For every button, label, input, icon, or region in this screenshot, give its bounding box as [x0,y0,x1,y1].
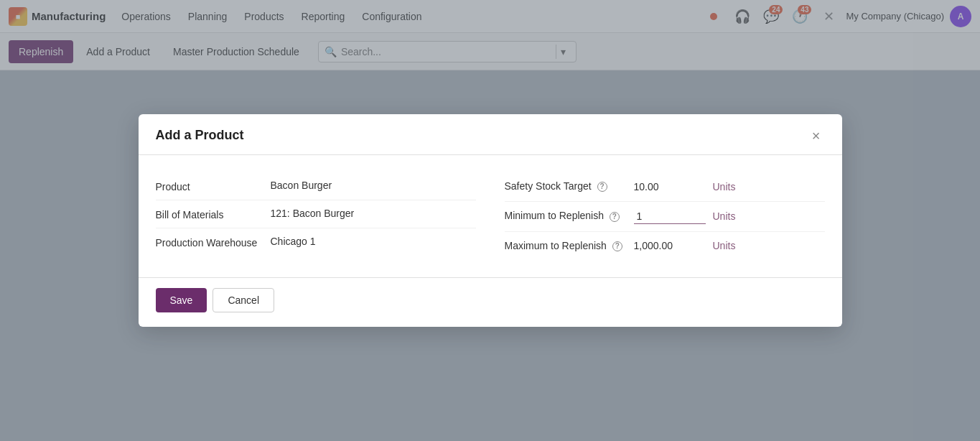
warehouse-label: Production Warehouse [156,236,271,249]
min-replenish-row: Minimum to Replenish ? Units [505,202,825,232]
modal-overlay: Add a Product × Product Bacon Burger Bil… [0,0,980,441]
safety-stock-value: 10.00 [634,181,706,192]
product-field-row: Product Bacon Burger [156,172,476,200]
modal-right-fields: Safety Stock Target ? 10.00 Units Minimu… [505,172,825,260]
max-replenish-row: Maximum to Replenish ? 1,000.00 Units [505,232,825,261]
safety-stock-units-link[interactable]: Units [713,181,736,192]
save-button[interactable]: Save [156,288,207,312]
max-replenish-help-icon[interactable]: ? [612,241,622,251]
max-replenish-value: 1,000.00 [634,240,706,251]
safety-stock-help-icon[interactable]: ? [597,182,607,192]
modal-body: Product Bacon Burger Bill of Materials 1… [139,155,842,277]
safety-stock-row: Safety Stock Target ? 10.00 Units [505,172,825,202]
warehouse-value: Chicago 1 [271,236,316,247]
bom-label: Bill of Materials [156,208,271,220]
add-product-modal: Add a Product × Product Bacon Burger Bil… [139,114,842,327]
warehouse-field-row: Production Warehouse Chicago 1 [156,228,476,256]
max-replenish-units-link[interactable]: Units [713,240,736,251]
bom-value: 121: Bacon Burger [271,208,355,219]
min-replenish-input[interactable] [634,209,706,224]
min-replenish-units-link[interactable]: Units [713,210,736,222]
min-replenish-help-icon[interactable]: ? [610,212,620,222]
product-label: Product [156,180,271,192]
max-replenish-label: Maximum to Replenish ? [505,239,634,254]
modal-title: Add a Product [156,128,244,143]
safety-stock-label: Safety Stock Target ? [505,180,634,194]
min-replenish-label: Minimum to Replenish ? [505,209,634,223]
bom-field-row: Bill of Materials 121: Bacon Burger [156,200,476,228]
modal-left-fields: Product Bacon Burger Bill of Materials 1… [156,172,476,260]
modal-close-button[interactable]: × [808,127,825,144]
modal-header: Add a Product × [139,114,842,155]
modal-footer: Save Cancel [139,277,842,327]
product-value: Bacon Burger [271,180,332,191]
cancel-button[interactable]: Cancel [213,288,274,312]
